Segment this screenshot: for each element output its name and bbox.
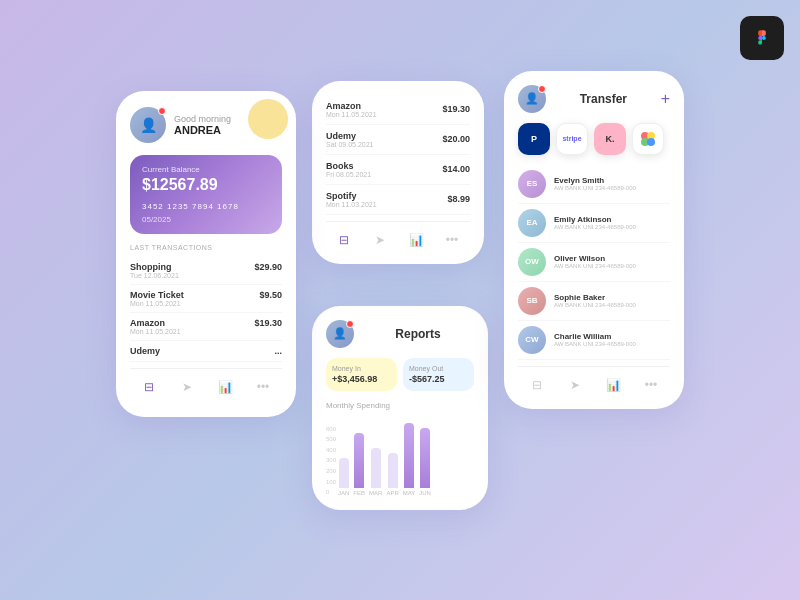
- tx-amount: $19.30: [442, 104, 470, 114]
- bar: [339, 458, 349, 488]
- tx-info: Amazon Mon 11.05.2021: [326, 101, 377, 118]
- money-in-value: +$3,456.98: [332, 374, 391, 384]
- tx-amount: $19.30: [254, 318, 282, 328]
- contact-name: Evelyn Smith: [554, 176, 636, 185]
- transfer-card: 👤 Transfer + P stripe K. ES Evelyn Smith: [504, 71, 684, 409]
- nav-more-icon[interactable]: •••: [641, 375, 661, 395]
- contact-bank: AW BANK UNI 234-46589-000: [554, 263, 636, 269]
- chart-label: JUN: [419, 490, 431, 496]
- stripe-icon[interactable]: stripe: [556, 123, 588, 155]
- contact-name: Sophie Baker: [554, 293, 636, 302]
- chart-container: 600 500 400 300 200 100 0 JAN: [326, 416, 474, 496]
- reports-header: 👤 Reports: [326, 320, 474, 348]
- bar-wrapper: [386, 418, 398, 488]
- contact-info: Evelyn Smith AW BANK UNI 234-46589-000: [554, 176, 636, 191]
- nav-home-icon[interactable]: ⊟: [139, 377, 159, 397]
- tx-info: Movie Ticket Mon 11.05.2021: [130, 290, 184, 307]
- contact-info: Oliver Wilson AW BANK UNI 234-46589-000: [554, 254, 636, 269]
- tx-name: Amazon: [326, 101, 377, 111]
- user-name: ANDREA: [174, 124, 231, 136]
- nav-more-icon[interactable]: •••: [253, 377, 273, 397]
- contact-bank: AW BANK UNI 234-46589-000: [554, 341, 636, 347]
- tx-info: Udemy: [130, 346, 160, 356]
- tx-name: Udemy: [130, 346, 160, 356]
- chart-col: JAN: [338, 418, 349, 496]
- transaction-row: Shopping Tue 12.06.2021 $29.90: [130, 257, 282, 285]
- contact-name: Oliver Wilson: [554, 254, 636, 263]
- bottom-nav: ⊟ ➤ 📊 •••: [130, 368, 282, 401]
- money-out-box: Money Out -$567.25: [403, 358, 474, 391]
- transaction-row: Movie Ticket Mon 11.05.2021 $9.50: [130, 285, 282, 313]
- contact-bank: AW BANK UNI 234-46589-000: [554, 302, 636, 308]
- bottom-nav-4: ⊟ ➤ 📊 •••: [518, 366, 670, 399]
- nav-send-icon[interactable]: ➤: [370, 230, 390, 250]
- svg-point-3: [647, 138, 655, 146]
- contact-row[interactable]: CW Charlie William AW BANK UNI 234-46589…: [518, 321, 670, 360]
- transfer-avatar: 👤: [518, 85, 546, 113]
- nav-send-icon[interactable]: ➤: [565, 375, 585, 395]
- transfer-header: 👤 Transfer +: [518, 85, 670, 113]
- tx-info: Spotify Mon 11.03.2021: [326, 191, 377, 208]
- money-summary: Money In +$3,456.98 Money Out -$567.25: [326, 358, 474, 391]
- greeting-text: Good morning: [174, 114, 231, 124]
- y-label: 500: [326, 436, 336, 442]
- nav-chart-icon[interactable]: 📊: [215, 377, 235, 397]
- chart-col: FEB: [353, 418, 365, 496]
- tx-amount: $29.90: [254, 262, 282, 272]
- tx-row: Amazon Mon 11.05.2021 $19.30: [326, 101, 470, 118]
- chart-bars: JAN FEB MAR: [338, 416, 431, 496]
- tx-amount: $20.00: [442, 134, 470, 144]
- tx-amount: $8.99: [447, 194, 470, 204]
- nav-chart-icon[interactable]: 📊: [603, 375, 623, 395]
- transaction-row: Amazon Mon 11.05.2021 $19.30: [326, 95, 470, 125]
- payment-providers: P stripe K.: [518, 123, 670, 155]
- nav-more-icon[interactable]: •••: [442, 230, 462, 250]
- contact-bank: AW BANK UNI 234-46589-000: [554, 185, 636, 191]
- yellow-decoration: [248, 99, 288, 139]
- tx-info: Udemy Sat 09.05.2021: [326, 131, 374, 148]
- user-avatar: 👤: [130, 107, 166, 143]
- nav-home-icon[interactable]: ⊟: [527, 375, 547, 395]
- paypal-icon[interactable]: P: [518, 123, 550, 155]
- cards-container: 👤 Good morning ANDREA Current Balance $1…: [96, 71, 704, 530]
- bar: [404, 423, 414, 488]
- money-out-value: -$567.25: [409, 374, 468, 384]
- tx-name: Books: [326, 161, 371, 171]
- bar-wrapper: [369, 418, 382, 488]
- nav-chart-icon[interactable]: 📊: [406, 230, 426, 250]
- tx-name: Spotify: [326, 191, 377, 201]
- tx-date: Mon 11.03.2021: [326, 201, 377, 208]
- contact-info: Sophie Baker AW BANK UNI 234-46589-000: [554, 293, 636, 308]
- contact-row[interactable]: OW Oliver Wilson AW BANK UNI 234-46589-0…: [518, 243, 670, 282]
- transactions-label: LAST TRANSACTIONS: [130, 244, 282, 251]
- klarna-icon[interactable]: K.: [594, 123, 626, 155]
- tx-row: Books Fri 08.05.2021 $14.00: [326, 161, 470, 178]
- tx-name: Amazon: [130, 318, 181, 328]
- transaction-row: Spotify Mon 11.03.2021 $8.99: [326, 185, 470, 215]
- tx-row: Spotify Mon 11.03.2021 $8.99: [326, 191, 470, 208]
- multicolor-icon[interactable]: [632, 123, 664, 155]
- contact-avatar-ea: EA: [518, 209, 546, 237]
- contact-avatar-sb: SB: [518, 287, 546, 315]
- main-card: 👤 Good morning ANDREA Current Balance $1…: [116, 91, 296, 417]
- contact-row[interactable]: SB Sophie Baker AW BANK UNI 234-46589-00…: [518, 282, 670, 321]
- chart-label: APR: [386, 490, 398, 496]
- nav-send-icon[interactable]: ➤: [177, 377, 197, 397]
- bar-wrapper: [353, 418, 365, 488]
- contact-avatar-ow: OW: [518, 248, 546, 276]
- nav-home-icon[interactable]: ⊟: [334, 230, 354, 250]
- reports-title: Reports: [362, 327, 474, 341]
- bar: [371, 448, 381, 488]
- contact-row[interactable]: EA Emily Atkinson AW BANK UNI 234-46589-…: [518, 204, 670, 243]
- balance-label: Current Balance: [142, 165, 270, 174]
- money-out-label: Money Out: [409, 365, 468, 372]
- tx-info: Amazon Mon 11.05.2021: [130, 318, 181, 335]
- contact-name: Emily Atkinson: [554, 215, 636, 224]
- avatar-dot: [346, 320, 354, 328]
- tx-name: Udemy: [326, 131, 374, 141]
- tx-row: Udemy Sat 09.05.2021 $20.00: [326, 131, 470, 148]
- add-transfer-button[interactable]: +: [661, 90, 670, 108]
- chart-col: MAR: [369, 418, 382, 496]
- contact-row[interactable]: ES Evelyn Smith AW BANK UNI 234-46589-00…: [518, 165, 670, 204]
- chart-y-axis: 600 500 400 300 200 100 0: [326, 426, 336, 496]
